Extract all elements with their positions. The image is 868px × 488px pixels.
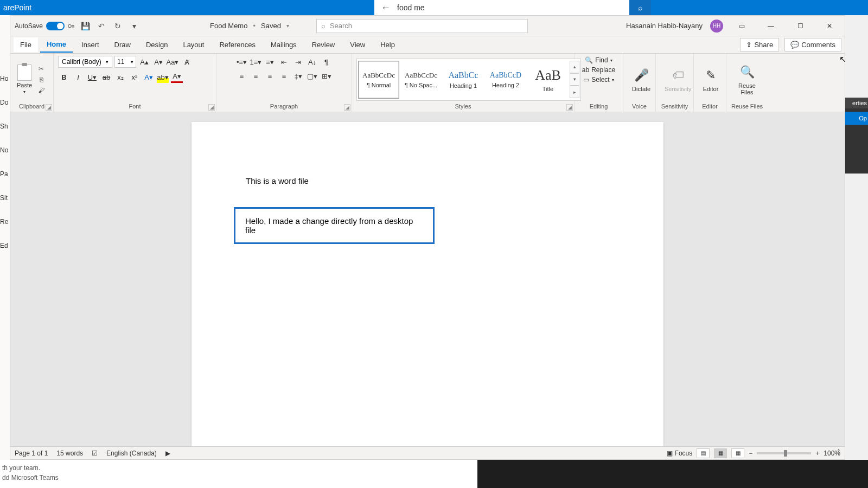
user-name[interactable]: Hasanain Habib-Nayany xyxy=(626,22,703,30)
cut-icon[interactable]: ✂ xyxy=(36,65,46,73)
macro-icon[interactable]: ▶ xyxy=(165,450,170,457)
show-marks-icon[interactable]: ¶ xyxy=(321,56,333,68)
format-painter-icon[interactable]: 🖌 xyxy=(36,86,46,95)
increase-indent-icon[interactable]: ⇥ xyxy=(292,56,304,68)
tab-insert[interactable]: Insert xyxy=(75,37,106,52)
user-avatar[interactable]: HH xyxy=(710,20,723,33)
multilevel-list-icon[interactable]: ≡▾ xyxy=(264,56,276,68)
superscript-button[interactable]: x² xyxy=(129,71,141,83)
tab-review[interactable]: Review xyxy=(305,37,342,52)
sharepoint-search-button[interactable]: ⌕ xyxy=(629,0,651,15)
share-button[interactable]: ⇪ Share xyxy=(740,38,779,52)
highlight-icon[interactable]: ab▾ xyxy=(157,71,169,83)
align-center-icon[interactable]: ≡ xyxy=(250,70,262,82)
grow-font-icon[interactable]: A▴ xyxy=(138,56,150,68)
document-title-group[interactable]: Food Memo • Saved ▾ xyxy=(210,22,289,30)
decrease-indent-icon[interactable]: ⇤ xyxy=(278,56,290,68)
borders-icon[interactable]: ⊞▾ xyxy=(321,70,333,82)
tab-view[interactable]: View xyxy=(343,37,372,52)
replace-button[interactable]: abReplace xyxy=(580,66,617,74)
bold-button[interactable]: B xyxy=(58,71,70,83)
subscript-button[interactable]: x₂ xyxy=(114,71,126,83)
nav-item[interactable]: Re xyxy=(0,218,10,226)
tab-references[interactable]: References xyxy=(213,37,261,52)
justify-icon[interactable]: ≡ xyxy=(278,70,290,82)
style-no-spacing[interactable]: AaBbCcDc ¶ No Spac... xyxy=(400,61,442,99)
minimize-button[interactable]: — xyxy=(760,18,782,34)
spelling-icon[interactable]: ☑ xyxy=(92,450,98,457)
font-name-combo[interactable]: Calibri (Body)▾ xyxy=(58,56,112,68)
font-launcher-icon[interactable]: ◢ xyxy=(208,104,215,111)
tab-home[interactable]: Home xyxy=(40,37,73,53)
tab-help[interactable]: Help xyxy=(374,37,401,52)
tab-layout[interactable]: Layout xyxy=(176,37,210,52)
zoom-out-button[interactable]: − xyxy=(749,450,752,457)
tab-file[interactable]: File xyxy=(14,37,38,52)
chevron-down-icon[interactable]: ▾ xyxy=(23,89,25,94)
shading-icon[interactable]: ▢▾ xyxy=(307,70,318,82)
comments-button[interactable]: 💬 Comments xyxy=(784,38,841,52)
tab-mailings[interactable]: Mailings xyxy=(264,37,303,52)
reuse-files-button[interactable]: 🔍 Reuse Files xyxy=(731,63,763,97)
maximize-button[interactable]: ☐ xyxy=(789,18,811,34)
dictate-button[interactable]: 🎤 Dictate xyxy=(628,66,655,93)
paste-button[interactable]: Paste ▾ xyxy=(15,63,34,95)
print-layout-icon[interactable]: ▦ xyxy=(714,448,727,458)
redo-icon[interactable]: ↻ xyxy=(112,21,123,31)
page-indicator[interactable]: Page 1 of 1 xyxy=(15,450,48,457)
ribbon-display-options-icon[interactable]: ▭ xyxy=(731,18,752,34)
align-right-icon[interactable]: ≡ xyxy=(264,70,276,82)
styles-gallery[interactable]: AaBbCcDc ¶ Normal AaBbCcDc ¶ No Spac... … xyxy=(356,59,581,101)
nav-item[interactable]: Sh xyxy=(0,123,10,130)
chevron-down-icon[interactable]: ▾ xyxy=(286,23,289,29)
paragraph-launcher-icon[interactable]: ◢ xyxy=(344,104,350,111)
nav-item[interactable]: Ed xyxy=(0,242,10,249)
shrink-font-icon[interactable]: A▾ xyxy=(152,56,164,68)
sort-icon[interactable]: A↓ xyxy=(307,56,318,68)
style-heading2[interactable]: AaBbCcD Heading 2 xyxy=(485,61,526,99)
align-left-icon[interactable]: ≡ xyxy=(236,70,248,82)
body-text-line2[interactable]: Hello, I made a change directly from a d… xyxy=(245,216,413,235)
style-title[interactable]: AaB Title xyxy=(527,61,569,99)
styles-launcher-icon[interactable]: ◢ xyxy=(566,104,573,111)
nav-item[interactable]: Pa xyxy=(0,170,10,178)
read-mode-icon[interactable]: ▤ xyxy=(697,448,710,458)
web-layout-icon[interactable]: ▦ xyxy=(731,448,744,458)
style-normal[interactable]: AaBbCcDc ¶ Normal xyxy=(358,61,399,99)
tell-me-search[interactable]: ⌕ Search xyxy=(316,19,528,33)
save-icon[interactable]: 💾 xyxy=(80,21,91,31)
add-teams-link[interactable]: dd Microsoft Teams xyxy=(2,473,475,483)
tab-draw[interactable]: Draw xyxy=(108,37,137,52)
clear-formatting-icon[interactable]: A̷ xyxy=(181,56,193,68)
bullets-icon[interactable]: •≡▾ xyxy=(236,56,248,68)
copy-icon[interactable]: ⎘ xyxy=(36,75,46,84)
italic-button[interactable]: I xyxy=(72,71,84,83)
back-arrow-icon[interactable]: ← xyxy=(381,2,391,14)
sharepoint-search-box[interactable]: ← food me xyxy=(374,0,629,15)
style-heading1[interactable]: AaBbCc Heading 1 xyxy=(443,61,484,99)
word-count[interactable]: 15 words xyxy=(56,450,83,457)
strikethrough-button[interactable]: ab xyxy=(100,71,112,83)
qat-more-icon[interactable]: ▾ xyxy=(129,21,139,31)
underline-button[interactable]: U▾ xyxy=(86,71,98,83)
focus-mode-button[interactable]: ▣ Focus xyxy=(667,450,692,457)
font-size-combo[interactable]: 11▾ xyxy=(114,56,136,68)
autosave-toggle-group[interactable]: AutoSave On xyxy=(15,22,74,30)
nav-item[interactable]: No xyxy=(0,146,10,154)
nav-item[interactable]: Do xyxy=(0,99,10,106)
text-effects-icon[interactable]: A▾ xyxy=(143,71,155,83)
open-button[interactable]: Op xyxy=(845,112,868,125)
line-spacing-icon[interactable]: ‡▾ xyxy=(292,70,304,82)
language-indicator[interactable]: English (Canada) xyxy=(106,450,157,457)
body-text-line1[interactable]: This is a word file xyxy=(246,176,609,185)
tab-design[interactable]: Design xyxy=(139,37,174,52)
document-canvas[interactable]: This is a word file Hello, I made a chan… xyxy=(10,112,845,446)
zoom-slider[interactable] xyxy=(757,452,811,454)
editor-button[interactable]: ✎ Editor xyxy=(698,66,723,93)
select-button[interactable]: ▭Select▾ xyxy=(581,75,616,84)
undo-icon[interactable]: ↶ xyxy=(96,21,107,31)
find-button[interactable]: 🔍Find▾ xyxy=(583,56,614,65)
change-case-icon[interactable]: Aa▾ xyxy=(167,56,178,68)
numbering-icon[interactable]: 1≡▾ xyxy=(250,56,262,68)
document-page[interactable]: This is a word file Hello, I made a chan… xyxy=(192,122,663,446)
